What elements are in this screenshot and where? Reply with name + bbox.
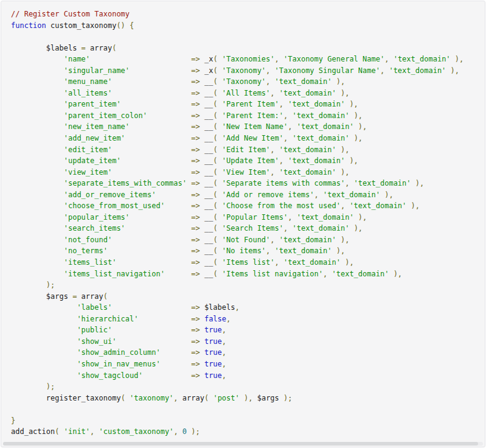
- horizontal-scrollbar: [3, 442, 483, 446]
- code-line: 'separate_items_with_commas' => __( 'Sep…: [11, 178, 475, 189]
- code-line: add_action( 'init', 'custom_taxonomy', 0…: [11, 426, 475, 438]
- code-line: 'name' => _x( 'Taxonomies', 'Taxonomy Ge…: [11, 54, 475, 65]
- code-line: 'update_item' => __( 'Update Item', 'tex…: [11, 155, 475, 167]
- code-line: 'menu_name' => __( 'Taxonomy', 'text_dom…: [11, 76, 475, 88]
- code-line: 'not_found' => __( 'Not Found', 'text_do…: [11, 234, 475, 246]
- code-line: 'show_in_nav_menus' => true,: [11, 359, 475, 370]
- code-block: // Register Custom Taxonomyfunction cust…: [11, 9, 475, 438]
- code-line: 'items_list' => __( 'Items list', 'text_…: [11, 257, 475, 268]
- code-line: 'choose_from_most_used' => __( 'Choose f…: [11, 200, 475, 212]
- code-line: 'add_new_item' => __( 'Add New Item', 't…: [11, 133, 475, 144]
- code-line: 'parent_item_colon' => __( 'Parent Item:…: [11, 110, 475, 122]
- code-line: 'show_admin_column' => true,: [11, 347, 475, 359]
- code-line: 'all_items' => __( 'All Items', 'text_do…: [11, 88, 475, 99]
- code-line: $args = array(: [11, 291, 475, 303]
- code-line: 'items_list_navigation' => __( 'Items li…: [11, 268, 475, 280]
- code-line: 'parent_item' => __( 'Parent Item', 'tex…: [11, 99, 475, 110]
- code-line: 'show_tagcloud' => true,: [11, 370, 475, 382]
- code-line: 'no_terms' => __( 'No items', 'text_doma…: [11, 245, 475, 257]
- code-line: 'view_item' => __( 'View Item', 'text_do…: [11, 167, 475, 178]
- code-line: 'new_item_name' => __( 'New Item Name', …: [11, 121, 475, 133]
- code-line: );: [11, 381, 475, 393]
- code-line: register_taxonomy( 'taxonomy', array( 'p…: [11, 393, 475, 404]
- code-line: 'hierarchical' => false,: [11, 313, 475, 325]
- code-line: [11, 404, 475, 415]
- code-line: 'public' => true,: [11, 324, 475, 336]
- code-line: [11, 31, 475, 43]
- code-line: 'singular_name' => _x( 'Taxonomy', 'Taxo…: [11, 65, 475, 77]
- code-line: }: [11, 415, 475, 427]
- code-line: 'labels' => $labels,: [11, 302, 475, 313]
- code-line: );: [11, 279, 475, 291]
- code-line: function custom_taxonomy() {: [11, 20, 475, 32]
- code-line: 'edit_item' => __( 'Edit Item', 'text_do…: [11, 144, 475, 156]
- code-line: // Register Custom Taxonomy: [11, 9, 475, 20]
- code-line: 'popular_items' => __( 'Popular Items', …: [11, 212, 475, 223]
- code-snippet-panel: // Register Custom Taxonomyfunction cust…: [1, 1, 485, 447]
- code-line: 'show_ui' => true,: [11, 336, 475, 348]
- horizontal-scrollbar-thumb[interactable]: [3, 442, 478, 446]
- code-line: $labels = array(: [11, 43, 475, 54]
- code-line: 'add_or_remove_items' => __( 'Add or rem…: [11, 189, 475, 201]
- code-line: 'search_items' => __( 'Search Items', 't…: [11, 223, 475, 234]
